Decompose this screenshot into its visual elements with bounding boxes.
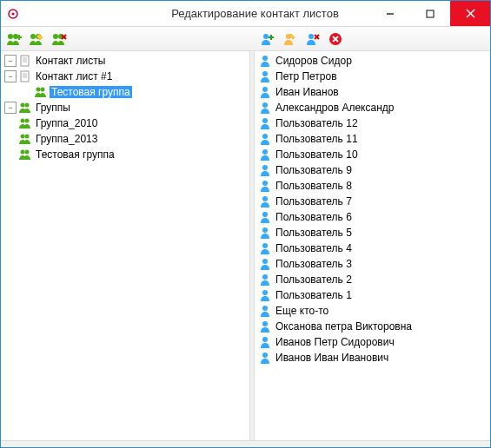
contact-name: Александров Александр	[275, 102, 394, 114]
tree-node-contact-list-1[interactable]: − Контакт лист #1	[4, 69, 249, 84]
edit-group-button[interactable]	[27, 30, 46, 49]
delete-group-button[interactable]	[50, 30, 69, 49]
person-icon	[258, 210, 272, 224]
group-icon	[18, 101, 32, 115]
group-icon	[18, 116, 32, 130]
expander-icon[interactable]: −	[4, 55, 17, 67]
delete-contact-button[interactable]	[326, 30, 345, 49]
app-icon	[6, 7, 20, 21]
group-tree: − Контакт листы −	[4, 53, 249, 162]
person-icon	[258, 288, 272, 302]
svg-rect-30	[21, 71, 29, 82]
contact-row[interactable]: Пользователь 12	[258, 115, 490, 131]
contact-name: Пользователь 2	[275, 273, 352, 286]
tree-node-group-2013[interactable]: Группа_2013	[4, 131, 249, 147]
svg-point-10	[30, 34, 36, 39]
contact-row[interactable]: Пользователь 8	[258, 178, 490, 194]
contact-row[interactable]: Пользователь 7	[258, 194, 490, 209]
svg-point-41	[25, 135, 30, 139]
svg-point-42	[21, 150, 25, 155]
group-icon	[18, 132, 32, 146]
tree-node-groups[interactable]: − Группы	[4, 100, 249, 115]
close-button[interactable]	[450, 1, 490, 26]
contact-row[interactable]: Иван Иванов	[258, 84, 490, 100]
edit-contact-button[interactable]	[281, 30, 300, 49]
svg-point-40	[21, 135, 25, 139]
tree-node-test-group-selected[interactable]: Тестовая группа	[20, 84, 249, 100]
remove-contact-button[interactable]	[303, 30, 322, 49]
svg-point-35	[41, 88, 45, 92]
contact-row[interactable]: Петр Петров	[258, 69, 490, 84]
contact-row[interactable]: Пользователь 2	[258, 272, 490, 287]
tree-label: Тестовая группа	[34, 148, 116, 161]
svg-point-59	[262, 290, 268, 295]
contacts-list: Сидоров СидорПетр ПетровИван ИвановАлекс…	[258, 53, 490, 366]
contact-name: Пользователь 11	[275, 133, 358, 145]
contact-name: Еще кто-то	[275, 305, 328, 317]
add-contact-button[interactable]	[258, 30, 277, 49]
svg-point-49	[262, 134, 268, 139]
person-icon	[258, 241, 272, 255]
contact-row[interactable]: Сидоров Сидор	[258, 53, 490, 69]
contact-name: Пользователь 3	[275, 258, 352, 270]
person-icon	[258, 163, 272, 177]
contact-row[interactable]: Пользователь 4	[258, 240, 490, 256]
tree-node-contact-lists[interactable]: − Контакт листы	[4, 53, 249, 69]
contact-name: Пользователь 5	[275, 227, 352, 239]
tree-node-group-2010[interactable]: Группа_2010	[4, 115, 249, 131]
svg-point-58	[262, 274, 268, 280]
tree-label: Контакт листы	[34, 55, 107, 67]
content-area: − Контакт листы −	[1, 51, 490, 440]
contacts-pane: Сидоров СидорПетр ПетровИван ИвановАлекс…	[255, 51, 490, 440]
contact-row[interactable]: Пользователь 11	[258, 131, 490, 147]
contact-row[interactable]: Пользователь 1	[258, 287, 490, 303]
person-icon	[258, 132, 272, 146]
contact-row[interactable]: Пользователь 5	[258, 225, 490, 240]
svg-point-53	[262, 196, 268, 201]
person-icon	[258, 351, 272, 365]
tree-node-group-test[interactable]: Тестовая группа	[4, 147, 249, 162]
svg-point-57	[262, 259, 268, 264]
contact-row[interactable]: Иванов Иван Иванович	[258, 350, 490, 366]
expander-icon[interactable]: −	[4, 70, 17, 82]
contact-row[interactable]: Пользователь 6	[258, 209, 490, 225]
svg-rect-26	[21, 56, 29, 66]
person-icon	[258, 148, 272, 161]
expander-spacer	[4, 148, 17, 161]
minimize-button[interactable]	[370, 1, 410, 26]
expander-icon[interactable]: −	[4, 102, 17, 114]
tree-label: Тестовая группа	[50, 86, 132, 98]
contact-name: Пользователь 7	[275, 195, 352, 208]
contact-name: Пользователь 12	[275, 117, 358, 129]
contact-name: Петр Петров	[275, 70, 337, 82]
add-group-button[interactable]	[4, 30, 23, 49]
person-icon	[258, 116, 272, 130]
person-icon	[258, 69, 272, 83]
expander-spacer	[4, 133, 17, 145]
contact-name: Иван Иванов	[275, 86, 339, 98]
tree-label: Контакт лист #1	[34, 70, 114, 82]
contact-row[interactable]: Еще кто-то	[258, 303, 490, 319]
svg-point-34	[36, 88, 41, 92]
svg-point-45	[262, 71, 268, 76]
svg-line-5	[467, 10, 474, 17]
status-bar	[1, 440, 490, 447]
expander-spacer	[20, 86, 32, 98]
contact-name: Пользователь 4	[275, 242, 352, 254]
contact-row[interactable]: Пользователь 9	[258, 162, 490, 178]
contact-name: Пользователь 6	[275, 211, 352, 223]
person-icon	[258, 257, 272, 271]
svg-point-54	[262, 212, 268, 217]
contact-row[interactable]: Оксанова петра Викторовна	[258, 319, 490, 334]
window-controls	[370, 1, 490, 26]
svg-line-4	[467, 10, 474, 17]
person-icon	[258, 179, 272, 193]
contact-row[interactable]: Пользователь 10	[258, 147, 490, 162]
maximize-button[interactable]	[410, 1, 450, 26]
svg-point-48	[262, 118, 268, 123]
contact-row[interactable]: Пользователь 3	[258, 256, 490, 272]
contact-row[interactable]: Иванов Петр Сидорович	[258, 334, 490, 350]
person-icon	[258, 101, 272, 115]
contact-row[interactable]: Александров Александр	[258, 100, 490, 115]
svg-point-56	[262, 243, 268, 248]
